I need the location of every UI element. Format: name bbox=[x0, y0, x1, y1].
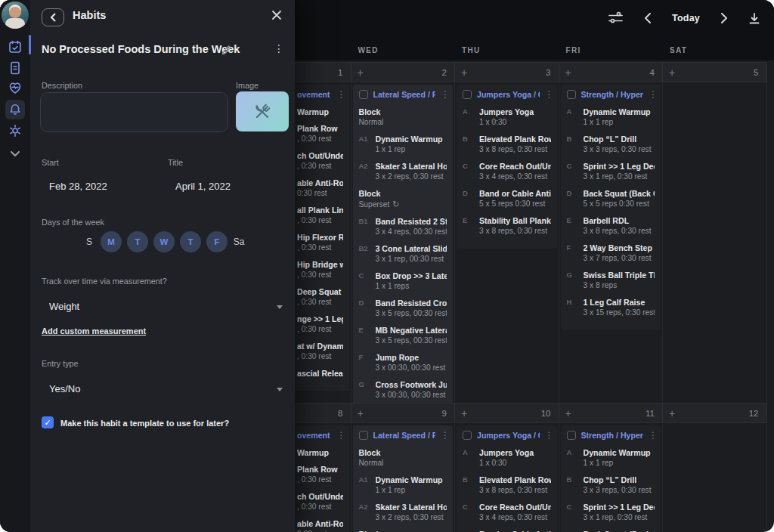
workout-kebab-icon[interactable]: ⋮ bbox=[441, 90, 447, 99]
exercise-name[interactable]: 3 Cone Lateral Slide bbox=[376, 243, 447, 254]
exercise-name[interactable]: at w/ Dynamic P... bbox=[297, 341, 343, 351]
exercise-name[interactable]: ch Out/Under bbox=[297, 491, 343, 502]
add-workout-plus-icon[interactable]: + bbox=[358, 66, 364, 79]
add-workout-plus-icon[interactable]: + bbox=[565, 407, 571, 419]
exercise-name[interactable]: Box Drop >> 3 Lateral H... bbox=[376, 271, 447, 281]
add-workout-plus-icon[interactable]: + bbox=[461, 66, 467, 79]
exercise-name[interactable]: Barbell RDL bbox=[584, 215, 655, 226]
exercise-name[interactable]: nge >> 1 Leg St... bbox=[297, 314, 343, 324]
exercise-name[interactable]: Dynamic Warmup bbox=[584, 447, 655, 458]
description-input[interactable] bbox=[40, 92, 228, 132]
exercise-name[interactable]: Elevated Plank Row bbox=[479, 475, 551, 485]
exercise-name[interactable]: Elevated Plank Row bbox=[479, 134, 551, 144]
start-date-value[interactable]: Feb 28, 2022 bbox=[49, 181, 107, 192]
entry-type-select[interactable]: Yes/No bbox=[49, 383, 80, 394]
workout-kebab-icon[interactable]: ⋮ bbox=[649, 431, 655, 440]
exercise-name[interactable]: Jumpers Yoga bbox=[479, 107, 551, 117]
exercise-name[interactable]: Sprint >> 1 Leg Declarations bbox=[584, 502, 655, 512]
workout-checkbox[interactable] bbox=[463, 90, 472, 99]
workout-checkbox[interactable] bbox=[359, 431, 368, 440]
exercise-name[interactable]: Back Squat (Back Off Set) bbox=[584, 529, 655, 532]
add-workout-plus-icon[interactable]: + bbox=[565, 66, 571, 79]
exercise-name[interactable]: Swiss Ball Triple Threat bbox=[584, 270, 655, 280]
exercise-name[interactable]: Deep Squat Mo... bbox=[297, 286, 343, 297]
add-workout-plus-icon[interactable]: + bbox=[358, 407, 364, 419]
edit-pencil-icon[interactable] bbox=[221, 45, 232, 55]
gear-icon[interactable] bbox=[8, 123, 23, 138]
exercise-name[interactable]: Skater 3 Lateral Hops >> ... bbox=[376, 161, 447, 172]
workout-checkbox[interactable] bbox=[567, 431, 576, 440]
habit-menu-kebab-icon[interactable]: ⋮ bbox=[274, 42, 281, 54]
day-chip-S[interactable]: S bbox=[83, 237, 95, 247]
exercise-name[interactable]: Hip Flexor Rais... bbox=[297, 232, 343, 243]
workout-checkbox[interactable] bbox=[359, 90, 368, 99]
day-chip-T[interactable]: T bbox=[180, 231, 201, 252]
exercise-name[interactable]: Sprint >> 1 Leg Declarations bbox=[584, 161, 655, 172]
calendar-icon[interactable] bbox=[8, 39, 23, 54]
day-chip-F[interactable]: F bbox=[206, 231, 228, 252]
user-avatar[interactable] bbox=[2, 2, 29, 29]
habit-image-thumbnail[interactable] bbox=[236, 91, 289, 131]
exercise-name[interactable]: Hip Bridge w/ ... bbox=[297, 259, 343, 270]
exercise-name[interactable]: Band Resisted 2 Step Late... bbox=[376, 216, 447, 227]
exercise-name[interactable]: Cross Footwork Jump Rope bbox=[376, 379, 447, 390]
workout-title[interactable]: Strength / Hypertro... bbox=[581, 431, 644, 440]
exercise-name[interactable]: Stability Ball Plank Linear ... bbox=[479, 215, 551, 226]
exercise-name[interactable]: Jumpers Yoga bbox=[479, 447, 551, 458]
entry-type-caret-icon[interactable] bbox=[277, 388, 283, 391]
add-workout-plus-icon[interactable]: + bbox=[669, 66, 675, 79]
workout-title[interactable]: Lateral Speed / Plyo bbox=[373, 90, 436, 99]
end-date-value[interactable]: April 1, 2022 bbox=[175, 181, 231, 192]
day-chip-W[interactable]: W bbox=[153, 231, 175, 252]
exercise-name[interactable]: Dynamic Warmup bbox=[376, 134, 447, 144]
exercise-name[interactable]: able Anti-Rotati... bbox=[297, 518, 343, 529]
close-icon[interactable] bbox=[271, 8, 285, 22]
workout-checkbox[interactable] bbox=[463, 431, 472, 440]
exercise-name[interactable]: all Plank Linear ... bbox=[297, 205, 343, 215]
exercise-name[interactable]: Core Reach Out/Under bbox=[479, 502, 551, 512]
add-workout-plus-icon[interactable]: + bbox=[461, 407, 467, 419]
back-button[interactable] bbox=[42, 8, 64, 26]
workout-kebab-icon[interactable]: ⋮ bbox=[649, 90, 655, 99]
workout-kebab-icon[interactable]: ⋮ bbox=[545, 431, 551, 440]
exercise-name[interactable]: Jump Rope bbox=[376, 352, 447, 363]
exercise-name[interactable]: MB Negative Lateral Hop... bbox=[376, 325, 447, 336]
exercise-name[interactable]: Chop “L” Drill bbox=[584, 134, 655, 144]
exercise-name[interactable]: ascial Release C... bbox=[297, 368, 343, 379]
exercise-name[interactable]: Warmup bbox=[297, 107, 343, 117]
exercise-name[interactable]: Band or Cable Anti Rotati... bbox=[479, 188, 551, 199]
exercise-name[interactable]: able Anti-Rotati... bbox=[297, 178, 343, 188]
workout-title[interactable]: Jumpers Yoga / Core bbox=[477, 431, 540, 440]
day-chip-M[interactable]: M bbox=[101, 231, 122, 252]
exercise-name[interactable]: Core Reach Out/Under bbox=[479, 161, 551, 172]
exercise-name[interactable]: Warmup bbox=[297, 447, 343, 458]
exercise-name[interactable]: Dynamic Warmup bbox=[584, 107, 655, 117]
exercise-name[interactable]: Skater 3 Lateral Hops >> ... bbox=[376, 502, 447, 512]
measurement-select[interactable]: Weight bbox=[49, 301, 79, 312]
add-workout-plus-icon[interactable]: + bbox=[669, 407, 675, 419]
exercise-name[interactable]: Back Squat (Back Off Set) bbox=[584, 188, 655, 199]
workout-title[interactable]: Strength / Hypertro... bbox=[581, 90, 644, 99]
heart-pulse-icon[interactable] bbox=[8, 80, 23, 95]
exercise-name[interactable]: Band or Cable Anti Rotati... bbox=[479, 529, 551, 532]
exercise-name[interactable]: ch Out/Under bbox=[297, 150, 343, 161]
exercise-name[interactable]: Plank Row bbox=[297, 123, 343, 134]
template-checkbox[interactable]: ✓ bbox=[42, 416, 54, 428]
day-chip-Sa[interactable]: Sa bbox=[233, 237, 245, 247]
bell-icon[interactable] bbox=[5, 100, 25, 119]
exercise-name[interactable]: Plank Row bbox=[297, 464, 343, 475]
exercise-name[interactable]: Chop “L” Drill bbox=[584, 475, 655, 485]
workout-kebab-icon[interactable]: ⋮ bbox=[441, 431, 447, 440]
sidebar-chevron-down-icon[interactable] bbox=[9, 148, 21, 159]
workout-title[interactable]: ovement Q... bbox=[297, 90, 332, 99]
workout-checkbox[interactable] bbox=[567, 90, 576, 99]
workout-kebab-icon[interactable]: ⋮ bbox=[337, 90, 343, 99]
exercise-name[interactable]: Band Resisted Crossover... bbox=[376, 298, 447, 308]
exercise-name[interactable]: 2 Way Bench Step Up bbox=[584, 243, 655, 253]
workout-kebab-icon[interactable]: ⋮ bbox=[337, 431, 343, 440]
workout-title[interactable]: ovement Q... bbox=[297, 431, 332, 440]
document-icon[interactable] bbox=[8, 60, 23, 76]
workout-title[interactable]: Jumpers Yoga / Core bbox=[477, 90, 540, 99]
exercise-name[interactable]: 1 Leg Calf Raise bbox=[584, 297, 655, 308]
day-chip-T[interactable]: T bbox=[127, 231, 148, 252]
